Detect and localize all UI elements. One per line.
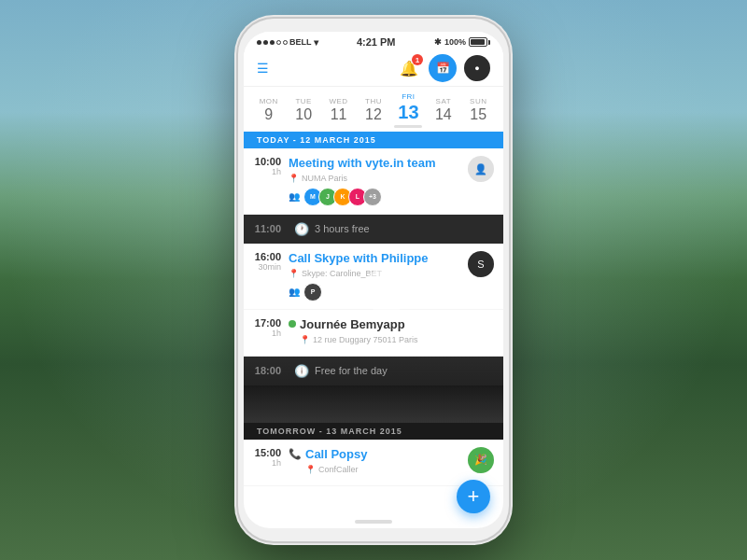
free-day-time: 18:00 [253,365,289,376]
day-name-thu: THU [356,97,390,105]
active-day-indicator [394,125,422,128]
add-event-button[interactable]: + [457,480,490,513]
free-time-label-1: 11:00 [253,223,289,234]
day-num-tue: 10 [286,105,320,123]
dot-3 [270,40,275,45]
battery-tip [488,40,490,45]
phone-frame: BELL ▾ 4:21 PM ✱ 100% ☰ 🔔 [238,19,509,541]
day-num-fri: 13 [391,101,426,123]
free-day-row: 18:00 🕕 Free for the day [244,357,503,385]
day-name-tue: TUE [286,97,320,105]
tomorrow-label: TOMORROW - 13 MARCH 2015 [257,427,402,436]
wifi-icon: ▾ [314,37,318,48]
event-location-2: 📍 Skype: Caroline_BET [289,269,464,278]
day-thu[interactable]: THU 12 [356,97,390,123]
menu-icon[interactable]: ☰ [257,61,269,76]
status-right: ✱ 100% [434,37,490,47]
bluetooth-icon: ✱ [434,37,442,47]
today-section-header: TODAY - 12 MARCH 2015 [244,132,503,148]
calendar-icon: 📅 [436,62,450,75]
skype-icon: S [477,259,484,270]
time-dur-4: 1h [253,458,281,468]
free-day-text: Free for the day [315,365,388,376]
day-tue[interactable]: TUE 10 [286,97,320,123]
calendar-button[interactable]: 📅 [429,54,457,82]
battery-body [469,37,487,47]
dot-2 [263,40,268,45]
tomorrow-section-header: TOMORROW - 13 MARCH 2015 [244,423,503,440]
dot-1 [257,40,261,45]
event-location-3: 📍 12 rue Duggary 75011 Paris [300,335,418,344]
events-scroll[interactable]: TODAY - 12 MARCH 2015 10:00 1h Meeting w… [244,132,503,528]
carrier-name: BELL [289,37,312,47]
day-name-fri: FRI [391,92,426,101]
avatar-initial: ● [474,63,479,73]
dark-bg-filler [244,385,503,423]
day-name-sun: SUN [461,97,496,105]
day-num-sun: 15 [461,105,496,123]
avatar-plus-1: +3 [363,188,382,206]
event-journee-bemyapp[interactable]: 17:00 1h Journée Bemyapp 📍 12 rue Duggar… [244,310,503,357]
clock-icon-2: 🕕 [294,364,309,378]
day-wed[interactable]: WED 11 [321,97,356,123]
event-meeting-vyte[interactable]: 10:00 1h Meeting with vyte.in team 📍 NUM… [244,148,503,215]
location-text-3: 12 rue Duggary 75011 Paris [313,335,418,344]
user-avatar[interactable]: ● [464,55,490,81]
day-num-wed: 11 [321,105,356,123]
event-icon-1: 👤 [468,156,494,182]
day-mon[interactable]: MON 9 [251,97,286,123]
event-body-3: Journée Bemyapp 📍 12 rue Duggary 75011 P… [289,317,494,344]
event-location-1: 📍 NUMA Paris [289,174,464,183]
notification-button[interactable]: 🔔 1 [397,56,421,80]
event-avatars-2: 👥 P [289,283,464,301]
conf-icon-2: 👥 [289,287,300,297]
week-navigation: MON 9 TUE 10 WED 11 THU 12 FRI 13 SAT [244,87,503,132]
event-call-popsy[interactable]: 15:00 1h 📞 Call Popsy 📍 ConfCaller [244,440,503,486]
day-num-sat: 14 [426,105,460,123]
day-fri[interactable]: FRI 13 [391,92,426,128]
plus-icon: + [468,484,480,509]
free-time-1: 11:00 🕐 3 hours free [244,215,503,244]
home-indicator[interactable] [355,520,392,524]
event-time-3: 17:00 1h [253,317,289,338]
time-main-3: 17:00 [253,317,281,329]
time-main-2: 16:00 [253,251,281,262]
dot-4 [276,40,281,45]
status-left: BELL ▾ [257,37,318,48]
event-skype-philippe[interactable]: 16:00 30min Call Skype with Philippe 📍 S… [244,244,503,310]
phone-screen: BELL ▾ 4:21 PM ✱ 100% ☰ 🔔 [244,32,503,528]
notification-badge: 1 [412,54,423,65]
pin-icon-3: 📍 [300,335,310,344]
time-dur-1: 1h [253,167,281,176]
event-body-4: 📞 Call Popsy 📍 ConfCaller [289,447,464,474]
event-body-1: Meeting with vyte.in team 📍 NUMA Paris 👥… [289,156,464,206]
phone-icon-4: 📞 [289,448,302,460]
day-name-wed: WED [321,97,356,105]
free-day-section: 18:00 🕕 Free for the day [244,357,503,423]
battery-fill [471,39,485,45]
today-label: TODAY - 12 MARCH 2015 [257,135,376,145]
pin-icon-1: 📍 [289,174,299,183]
conf-icon: 👥 [289,191,300,202]
time-dur-3: 1h [253,329,281,338]
person-icon-1: 👤 [474,163,487,175]
pin-icon-4: 📍 [305,465,316,474]
event-location-4: 📍 ConfCaller [305,465,367,474]
event-title-3: Journée Bemyapp [300,317,418,333]
pin-icon-2: 📍 [289,269,299,278]
signal-dots [257,40,288,45]
location-text-2: Skype: Caroline_BET [302,269,382,278]
event-icon-4: 🎉 [468,447,494,473]
popsy-icon: 🎉 [474,454,487,466]
app-header: ☰ 🔔 1 📅 ● [244,50,503,87]
event-time-2: 16:00 30min [253,251,289,272]
event-time-1: 10:00 1h [253,156,289,176]
event-body-2: Call Skype with Philippe 📍 Skype: Caroli… [289,251,464,301]
time-main-1: 10:00 [253,156,281,167]
event-title-2: Call Skype with Philippe [289,251,464,267]
location-text-4: ConfCaller [318,465,359,474]
day-sun[interactable]: SUN 15 [461,97,496,123]
day-sat[interactable]: SAT 14 [426,97,460,123]
time-dur-2: 30min [253,262,281,272]
battery-percent: 100% [444,37,466,47]
